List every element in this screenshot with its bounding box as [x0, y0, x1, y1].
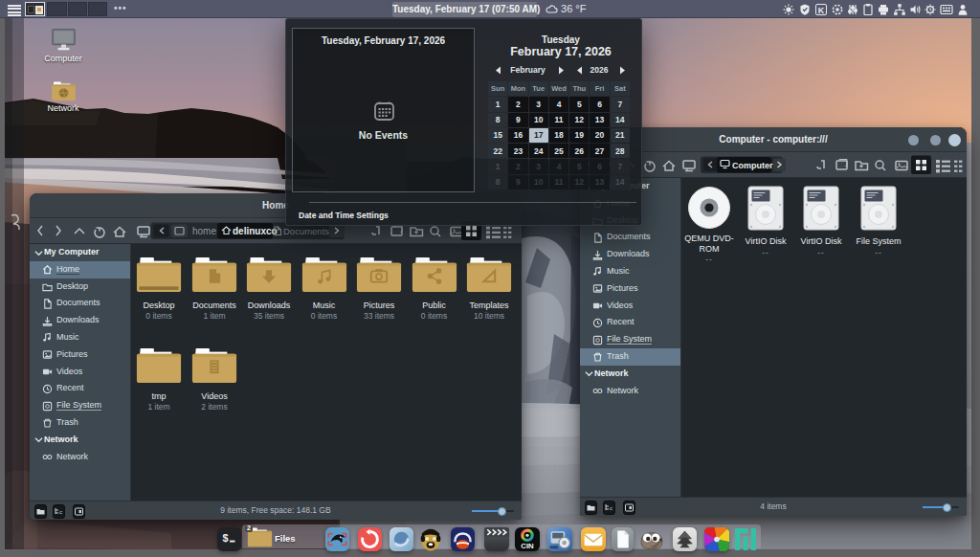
svg-text:$: $ [222, 532, 228, 544]
svg-text:K: K [818, 6, 825, 15]
svg-text:Documents: Documents [283, 226, 329, 236]
svg-text:CIN: CIN [521, 541, 534, 549]
svg-text:home: home [192, 226, 216, 236]
svg-text:delinuxco: delinuxco [233, 226, 278, 236]
svg-text:c: c [610, 505, 612, 511]
svg-text:c: c [59, 509, 62, 515]
svg-text:Computer: Computer [732, 161, 773, 170]
